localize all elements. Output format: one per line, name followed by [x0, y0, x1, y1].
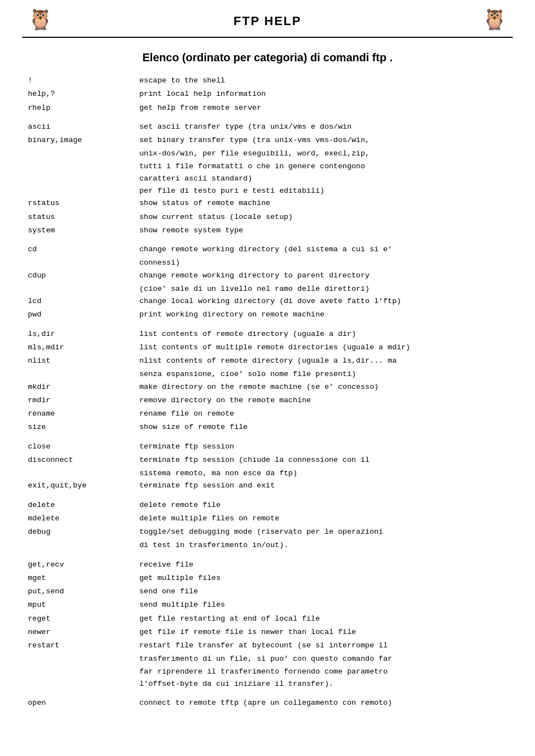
cmd-label: close	[28, 441, 139, 452]
cmd-desc-cont: connessi)	[139, 257, 507, 269]
cmd-desc-cont: far riprendere il trasferimento fornendo…	[139, 666, 507, 677]
cmd-label: mkdir	[28, 382, 139, 393]
cmd-desc-cont: unix-dos/win, per file eseguibili, word,…	[139, 148, 507, 159]
list-item: delete delete remote file	[28, 500, 507, 511]
cmd-label: exit,quit,bye	[28, 480, 139, 491]
cmd-desc: restart file transfer at bytecount (se s…	[139, 640, 507, 651]
entry-group-transfer: ascii set ascii transfer type (tra unix/…	[28, 121, 507, 236]
list-item: cd change remote working directory (del …	[28, 244, 507, 255]
list-item: debug toggle/set debugging mode (riserva…	[28, 526, 507, 538]
cmd-desc: change local working directory (di dove …	[139, 296, 507, 307]
list-item: get,recv receive file	[28, 559, 507, 570]
cmd-desc: show remote system type	[139, 225, 507, 236]
cmd-desc: get multiple files	[139, 573, 507, 584]
cmd-desc: receive file	[139, 559, 507, 570]
cmd-desc-cont: per file di testo puri e testi editabili…	[139, 186, 507, 197]
cmd-desc-cont: di test in trasferimento in/out).	[139, 540, 507, 551]
cmd-desc: connect to remote tftp (apre un collegam…	[139, 698, 507, 709]
list-item: lcd change local working directory (di d…	[28, 296, 507, 307]
header: 🦉 FTP HELP 🦉	[22, 11, 513, 38]
list-item: mls,mdir list contents of multiple remot…	[28, 342, 507, 353]
cmd-desc-cont: l'offset-byte da cui iniziare il transfe…	[139, 679, 507, 690]
header-icons: 🦉 FTP HELP 🦉	[22, 11, 513, 31]
cmd-label: mget	[28, 573, 139, 584]
cmd-desc: show current status (locale setup)	[139, 212, 507, 223]
list-item: rstatus show status of remote machine	[28, 198, 507, 209]
list-item: rename rename file on remote	[28, 408, 507, 420]
cmd-label: disconnect	[28, 455, 139, 466]
section-title: Elenco (ordinato per categoria) di coman…	[22, 51, 513, 64]
cmd-label: put,send	[28, 586, 139, 597]
cmd-label: rmdir	[28, 395, 139, 406]
cmd-desc: list contents of multiple remote directo…	[139, 342, 507, 353]
cmd-desc: terminate ftp session and exit	[139, 480, 507, 491]
cmd-label: get,recv	[28, 559, 139, 570]
cmd-label: help,?	[28, 89, 139, 100]
list-item: cdup change remote working directory to …	[28, 270, 507, 281]
owl-left-icon: 🦉	[28, 11, 53, 31]
cmd-label: nlist	[28, 355, 139, 367]
list-item: system show remote system type	[28, 225, 507, 236]
cmd-label: mput	[28, 599, 139, 611]
list-item: disconnect terminate ftp session (chiude…	[28, 455, 507, 466]
cmd-label: delete	[28, 500, 139, 511]
cmd-label: cd	[28, 244, 139, 255]
cmd-desc: get file if remote file is newer than lo…	[139, 627, 507, 638]
cmd-desc: change remote working directory to paren…	[139, 270, 507, 281]
cmd-desc: send one file	[139, 586, 507, 597]
list-item: nlist nlist contents of remote directory…	[28, 355, 507, 367]
cmd-label: rstatus	[28, 198, 139, 209]
list-item: put,send send one file	[28, 586, 507, 597]
cmd-desc: delete remote file	[139, 500, 507, 511]
list-item: pwd print working directory on remote ma…	[28, 309, 507, 320]
cmd-desc: send multiple files	[139, 599, 507, 611]
cmd-desc: get help from remote server	[139, 103, 507, 114]
cmd-desc: show size of remote file	[139, 422, 507, 433]
cmd-desc-cont: senza espansione, cioe' solo nome file p…	[139, 369, 507, 380]
cmd-desc: list contents of remote directory (ugual…	[139, 329, 507, 340]
cmd-label: ls,dir	[28, 329, 139, 340]
cmd-desc-cont: (cioe' sale di un livello nel ramo delle…	[139, 284, 507, 295]
cmd-desc-cont: caratteri ascii standard)	[139, 173, 507, 184]
entry-group-listing: ls,dir list contents of remote directory…	[28, 329, 507, 433]
entry-group-transfer-files: get,recv receive file mget get multiple …	[28, 559, 507, 690]
cmd-desc: show status of remote machine	[139, 198, 507, 209]
list-item: exit,quit,bye terminate ftp session and …	[28, 480, 507, 491]
list-item: restart restart file transfer at bytecou…	[28, 640, 507, 651]
list-item: mget get multiple files	[28, 573, 507, 584]
cmd-label: status	[28, 212, 139, 223]
list-item: binary,image set binary transfer type (t…	[28, 135, 507, 146]
cmd-label: cdup	[28, 270, 139, 281]
cmd-label: system	[28, 225, 139, 236]
cmd-label: ascii	[28, 121, 139, 133]
cmd-label: mdelete	[28, 513, 139, 524]
cmd-label: binary,image	[28, 135, 139, 146]
cmd-desc: print local help information	[139, 89, 507, 100]
cmd-desc: get file restarting at end of local file	[139, 613, 507, 625]
entry-group-shell: ! escape to the shell help,? print local…	[28, 75, 507, 114]
cmd-desc: set binary transfer type (tra unix-vms v…	[139, 135, 507, 146]
cmd-label: lcd	[28, 296, 139, 307]
cmd-desc: escape to the shell	[139, 75, 507, 86]
cmd-label: reget	[28, 613, 139, 625]
list-item: ls,dir list contents of remote directory…	[28, 329, 507, 340]
list-item: mdelete delete multiple files on remote	[28, 513, 507, 524]
entry-group-session: close terminate ftp session disconnect t…	[28, 441, 507, 492]
list-item: ascii set ascii transfer type (tra unix/…	[28, 121, 507, 133]
cmd-label: newer	[28, 627, 139, 638]
list-item: rmdir remove directory on the remote mac…	[28, 395, 507, 406]
cmd-desc: terminate ftp session	[139, 441, 507, 452]
cmd-desc: toggle/set debugging mode (riservato per…	[139, 526, 507, 538]
page: 🦉 FTP HELP 🦉 Elenco (ordinato per catego…	[0, 0, 535, 756]
list-item: reget get file restarting at end of loca…	[28, 613, 507, 625]
list-item: size show size of remote file	[28, 422, 507, 433]
cmd-label: rename	[28, 408, 139, 420]
list-item: close terminate ftp session	[28, 441, 507, 452]
list-item: mkdir make directory on the remote machi…	[28, 382, 507, 393]
cmd-desc-cont: trasferimento di un file, si puo' con qu…	[139, 653, 507, 665]
header-title-container: FTP HELP	[53, 14, 482, 28]
cmd-label: mls,mdir	[28, 342, 139, 353]
entry-group-directory: cd change remote working directory (del …	[28, 244, 507, 321]
entry-group-open: open connect to remote tftp (apre un col…	[28, 698, 507, 709]
cmd-desc: terminate ftp session (chiude la conness…	[139, 455, 507, 466]
